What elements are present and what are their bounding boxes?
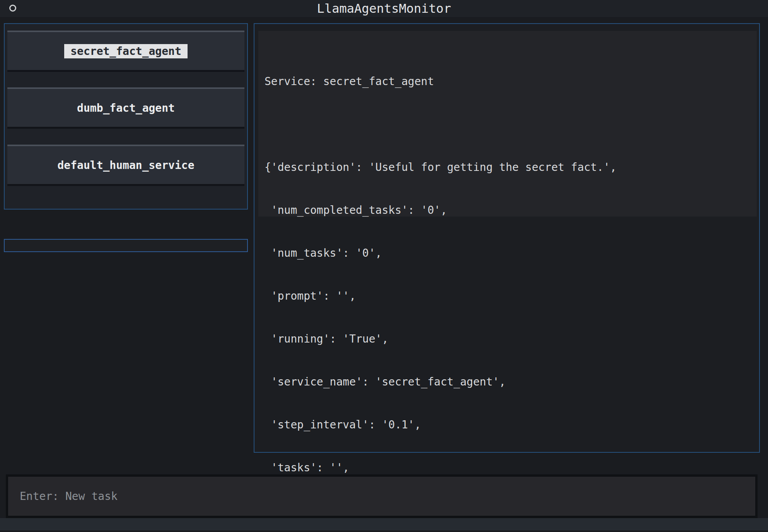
service-button-label: secret_fact_agent: [64, 44, 188, 58]
service-button-label: default_human_service: [57, 159, 194, 172]
header-bar: LlamaAgentsMonitor: [0, 0, 768, 17]
service-button-dumb-fact-agent[interactable]: dumb_fact_agent: [7, 87, 244, 129]
detail-dict-line: 'tasks': '',: [265, 460, 757, 475]
service-detail-content: Service: secret_fact_agent {'description…: [258, 31, 757, 217]
service-button-default-human-service[interactable]: default_human_service: [7, 145, 244, 186]
new-task-placeholder: Enter: New task: [20, 490, 118, 503]
detail-dict-line: 'step_interval': '0.1',: [265, 418, 757, 432]
service-detail-panel: Service: secret_fact_agent {'description…: [254, 23, 760, 453]
detail-dict-line: {'description': 'Useful for getting the …: [265, 160, 757, 174]
services-panel: secret_fact_agent dumb_fact_agent defaul…: [4, 23, 248, 210]
service-button-label: dumb_fact_agent: [77, 102, 175, 114]
tasks-panel-empty[interactable]: [4, 239, 248, 252]
new-task-input[interactable]: Enter: New task: [6, 474, 758, 518]
service-button-secret-fact-agent[interactable]: secret_fact_agent: [7, 31, 244, 72]
detail-dict-line: 'num_tasks': '0',: [265, 246, 757, 260]
detail-dict-line: 'service_name': 'secret_fact_agent',: [265, 375, 757, 389]
app-title: LlamaAgentsMonitor: [0, 0, 768, 17]
blank-line: [265, 117, 757, 131]
service-detail-title: Service: secret_fact_agent: [265, 74, 757, 89]
detail-dict-line: 'prompt': '',: [265, 289, 757, 303]
detail-dict-line: 'num_completed_tasks': '0',: [265, 203, 757, 217]
new-task-input-field[interactable]: Enter: New task: [8, 477, 755, 516]
footer-bar: [0, 518, 768, 530]
detail-dict-line: 'running': 'True',: [265, 332, 757, 346]
